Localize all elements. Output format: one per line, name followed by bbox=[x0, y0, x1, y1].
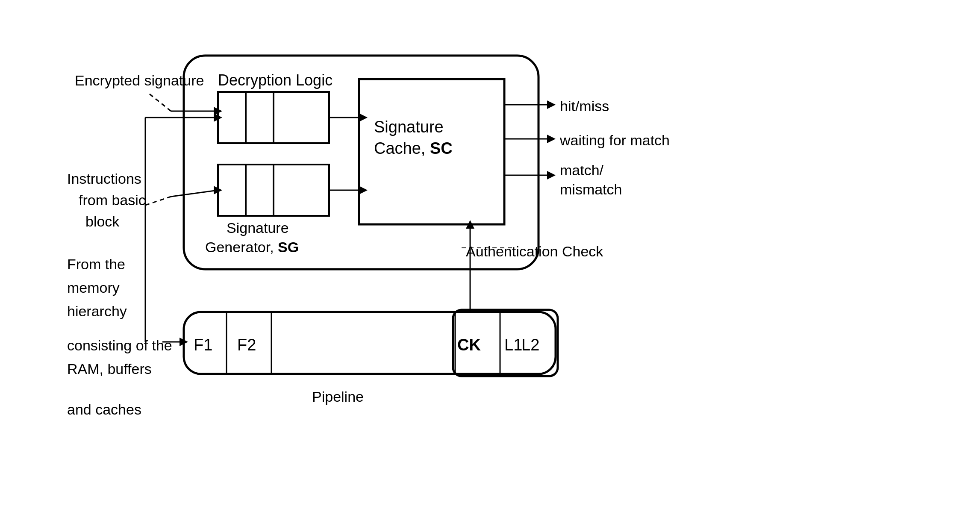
waiting-for-match-label: waiting for match bbox=[559, 132, 670, 148]
svg-marker-11 bbox=[359, 186, 368, 194]
svg-marker-15 bbox=[547, 135, 556, 143]
l1-label: L1 bbox=[504, 336, 522, 354]
svg-line-21 bbox=[145, 197, 171, 205]
hit-miss-label: hit/miss bbox=[560, 98, 609, 114]
encrypted-signature-label: Encrypted signature bbox=[75, 72, 204, 88]
ck-label: CK bbox=[457, 336, 481, 354]
svg-marker-17 bbox=[547, 171, 556, 179]
signature-label: Signature bbox=[227, 220, 289, 236]
hierarchy-label: hierarchy bbox=[67, 303, 127, 319]
memory-label: memory bbox=[67, 279, 120, 296]
mismatch-label: mismatch bbox=[560, 181, 622, 197]
from-basic-label: from basic bbox=[79, 192, 146, 208]
f2-label: F2 bbox=[237, 336, 256, 354]
pipeline-label: Pipeline bbox=[312, 388, 364, 405]
block-label: block bbox=[85, 213, 120, 229]
match-mismatch-label: match/ bbox=[560, 162, 604, 178]
svg-line-18 bbox=[150, 94, 171, 111]
f1-label: F1 bbox=[194, 336, 212, 354]
ram-buffers-label: RAM, buffers bbox=[67, 361, 152, 377]
from-the-label: From the bbox=[67, 256, 125, 272]
consisting-of-the-label: consisting of the bbox=[67, 337, 172, 353]
generator-sg-label: Generator, SG bbox=[205, 239, 299, 255]
and-caches-label: and caches bbox=[67, 401, 141, 418]
signature-cache-label: Signature bbox=[374, 118, 444, 136]
svg-line-22 bbox=[171, 190, 218, 197]
svg-marker-13 bbox=[547, 100, 556, 109]
svg-marker-9 bbox=[359, 113, 368, 122]
instructions-label: Instructions bbox=[67, 171, 141, 187]
decryption-logic-label: Decryption Logic bbox=[218, 71, 333, 89]
auth-check-label: Authentication Check bbox=[466, 243, 603, 259]
l2-label: L2 bbox=[521, 336, 539, 354]
cache-sc-label: Cache, SC bbox=[374, 139, 453, 157]
